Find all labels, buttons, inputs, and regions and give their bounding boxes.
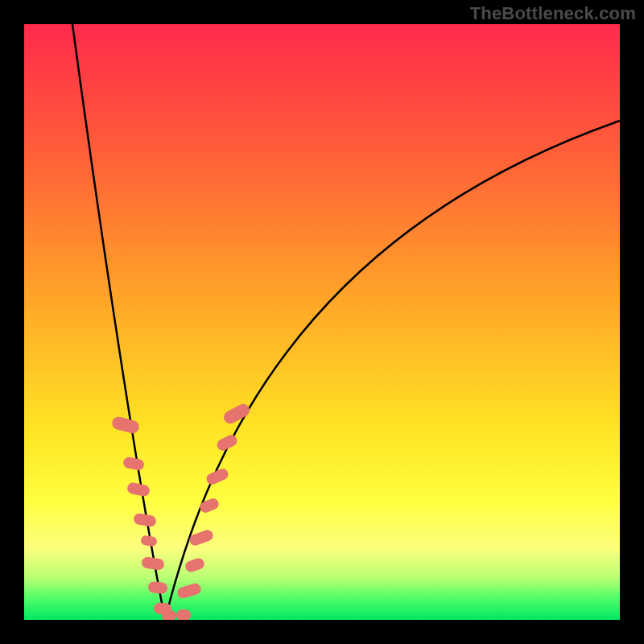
bead [188,528,215,547]
bead [215,433,239,452]
bead [204,467,229,486]
bead [111,415,141,435]
bead [133,513,157,528]
bead [184,557,205,574]
bead [176,582,203,600]
bead [126,481,151,497]
bead-layer [24,24,620,620]
bead [147,581,167,594]
bead [140,535,158,547]
bead [122,456,145,471]
bead [141,556,165,571]
bead [221,402,252,426]
bead [162,610,176,620]
chart-frame [24,24,620,620]
watermark-text: TheBottleneck.com [470,3,636,24]
bead [198,497,220,514]
bead [176,609,191,620]
